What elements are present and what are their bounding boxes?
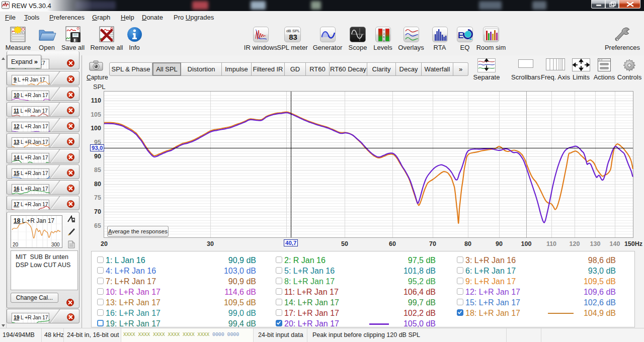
svg-text:6: 6 <box>383 36 385 39</box>
svg-text:20: 20 <box>13 242 19 247</box>
svg-text:83: 83 <box>289 33 297 41</box>
svg-text:E: E <box>458 31 463 40</box>
svg-text:300: 300 <box>51 242 60 247</box>
svg-text:9: 9 <box>383 39 385 42</box>
svg-text:0: 0 <box>383 29 385 32</box>
svg-text:3: 3 <box>383 32 385 35</box>
